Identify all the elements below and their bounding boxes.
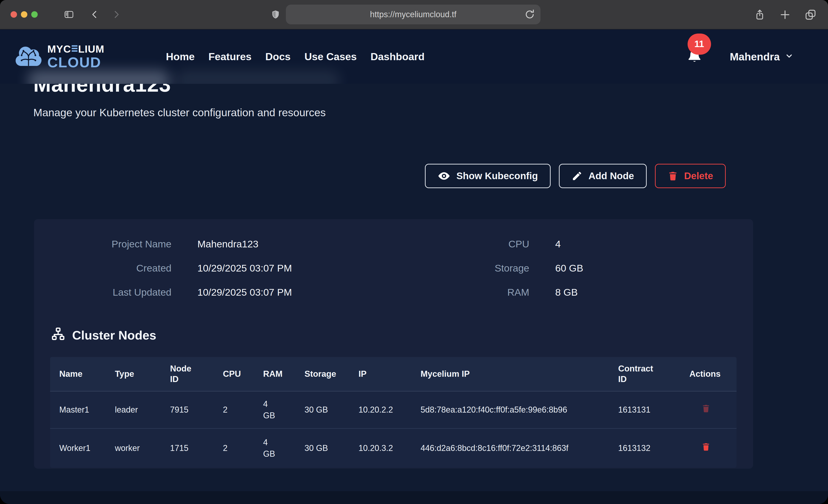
cell-contract-id: 1613132 [609,443,680,454]
window-controls [10,11,38,18]
col-header-node-id: Node ID [161,364,214,384]
cell-type: worker [106,443,161,454]
logo-e-bars-icon [72,45,77,53]
delete-node-button-master1[interactable] [690,404,711,414]
nav-link-dashboard[interactable]: Dashboard [370,51,424,63]
minimize-window-button[interactable] [21,11,27,18]
cell-name: Master1 [50,404,106,416]
sidebar-icon[interactable] [63,9,75,20]
cloud-logo-icon [15,45,42,69]
table-row-master1: Master1 leader 7915 2 4 GB 30 GB 10.20.2… [50,391,737,429]
delete-node-button-worker1[interactable] [690,442,711,453]
cell-ip: 10.20.2.2 [349,404,411,416]
cluster-nodes-title: Cluster Nodes [72,328,156,342]
col-header-mycelium-ip: Mycelium IP [411,369,609,379]
info-value-storage: 60 GB [529,262,753,275]
back-icon[interactable] [90,9,99,20]
info-value-project-name: Mahendra123 [171,238,425,250]
main-content: Mahendra123 Manage your Kubernetes clust… [0,84,828,504]
cluster-nodes-heading: Cluster Nodes [51,327,753,344]
info-label-storage: Storage [425,262,529,275]
new-tab-icon[interactable] [779,9,791,20]
cell-cpu: 2 [214,404,254,416]
table-header-row: Name Type Node ID CPU RAM Storage IP Myc… [50,357,737,391]
cell-ip: 10.20.3.2 [349,443,411,454]
delete-label: Delete [684,170,713,181]
chevron-down-icon [785,50,793,63]
trash-icon [701,449,711,453]
col-header-contract-id: Contract ID [609,364,680,384]
nav-link-use-cases[interactable]: Use Cases [304,51,357,63]
add-node-label: Add Node [588,170,634,181]
cell-storage: 30 GB [295,404,349,416]
page-subtitle: Manage your Kubernetes cluster configura… [33,106,828,119]
info-label-created: Created [34,262,171,275]
brand-name: MYCLIUM CLOUD [47,44,104,70]
cluster-info-grid: Project Name Mahendra123 CPU 4 Created 1… [34,238,753,299]
cluster-actions: Show Kubeconfig Add Node Delete [34,164,726,188]
cell-type: leader [106,404,161,416]
cell-cpu: 2 [214,443,254,454]
eye-icon [438,170,450,182]
delete-cluster-button[interactable]: Delete [655,164,726,188]
notification-count-badge: 11 [688,34,711,55]
col-header-storage: Storage [295,369,349,379]
cluster-details-panel: Project Name Mahendra123 CPU 4 Created 1… [34,219,753,469]
col-header-type: Type [106,369,161,379]
show-kubeconfig-label: Show Kubeconfig [456,170,538,181]
reload-icon[interactable] [524,9,535,20]
share-icon[interactable] [754,8,765,21]
info-label-last-updated: Last Updated [34,286,171,299]
cell-contract-id: 1613131 [609,404,680,416]
col-header-name: Name [50,369,106,379]
col-header-actions: Actions [680,369,737,379]
col-header-cpu: CPU [214,369,254,379]
trash-icon [701,411,711,414]
cell-mycelium-ip: 5d8:78ea:a120:f40c:ff0f:a5fe:99e6:8b96 [411,404,609,416]
col-header-ram: RAM [254,369,295,379]
brand-logo[interactable]: MYCLIUM CLOUD [15,44,104,70]
close-window-button[interactable] [10,11,17,18]
info-value-ram: 8 GB [529,286,753,299]
nav-link-home[interactable]: Home [166,51,195,63]
cell-ram: 4 GB [254,437,295,460]
toolbar-right-controls [754,0,817,30]
show-kubeconfig-button[interactable]: Show Kubeconfig [425,164,551,188]
notifications-button[interactable]: 11 [687,48,702,66]
privacy-shield-icon[interactable] [271,9,280,20]
nav-link-features[interactable]: Features [208,51,252,63]
info-value-created: 10/29/2025 03:07 PM [171,262,425,275]
navbar-right: 11 Mahendra [687,48,793,66]
nav-link-docs[interactable]: Docs [265,51,291,63]
main-navigation: Home Features Docs Use Cases Dashboard [166,51,424,63]
user-menu[interactable]: Mahendra [730,50,793,63]
pencil-icon [572,170,583,181]
page-title: Mahendra123 [33,84,828,96]
brand-line1: MYCLIUM [47,44,104,54]
forward-icon[interactable] [112,9,121,20]
trash-icon [668,171,678,181]
cell-name: Worker1 [50,443,106,454]
info-value-last-updated: 10/29/2025 03:07 PM [171,286,425,299]
zoom-window-button[interactable] [31,11,38,18]
page-title-clip: Mahendra123 [0,84,828,96]
browser-window: https://myceliumcloud.tf [0,0,828,504]
col-header-ip: IP [349,369,411,379]
url-text: https://myceliumcloud.tf [370,10,456,19]
cell-mycelium-ip: 446:d2a6:8bcd:8c16:ff0f:72e2:3114:863f [411,443,609,454]
browser-toolbar: https://myceliumcloud.tf [0,0,828,30]
brand-line2: CLOUD [47,55,104,70]
cell-node-id: 1715 [161,443,214,454]
footer-strip [0,491,828,504]
url-address-bar[interactable]: https://myceliumcloud.tf [286,5,540,24]
bell-icon [687,61,702,66]
address-area: https://myceliumcloud.tf [271,5,540,24]
add-node-button[interactable]: Add Node [559,164,647,188]
network-icon [51,327,65,344]
info-label-project-name: Project Name [34,238,171,250]
app-navbar: MYCLIUM CLOUD Home Features Docs Use Cas… [0,30,828,84]
cell-node-id: 7915 [161,404,214,416]
navbar-blur-smear [28,71,170,84]
navbar-blur-smear-2 [175,71,340,84]
tabs-overview-icon[interactable] [804,9,817,21]
